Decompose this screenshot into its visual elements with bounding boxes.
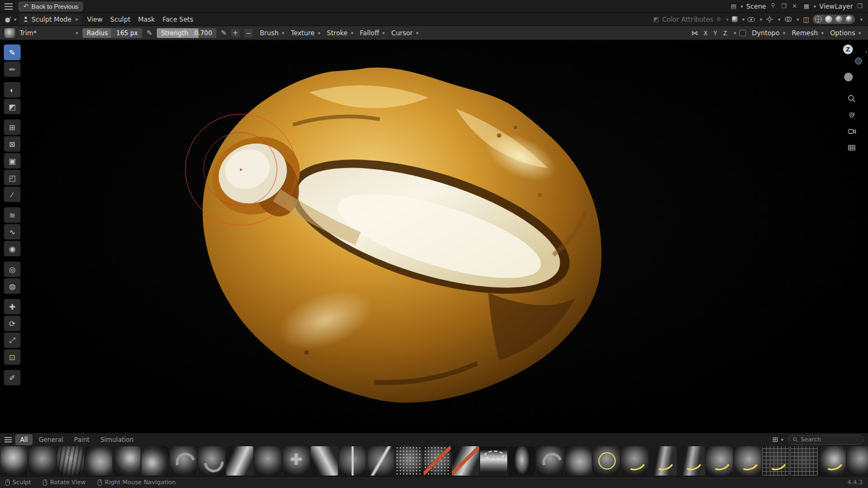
gizmo-rotate-ball[interactable] <box>844 73 853 81</box>
viewport-3d[interactable]: ✎✏◐◩⊞⊠▣◰∕≋∿◉◎◍✚⟳⤢⊡✐ Z ‹ <box>0 40 868 433</box>
radius-pressure-icon[interactable]: ✎ <box>146 29 152 37</box>
add-mode-button[interactable]: + <box>231 29 240 37</box>
overlays-icon[interactable] <box>784 16 792 22</box>
orientation-gizmo[interactable]: Z <box>840 43 864 89</box>
tab-paint[interactable]: Paint <box>69 434 94 445</box>
tool-box-face-set[interactable]: ▣ <box>4 153 21 169</box>
brush-thumbnail[interactable] <box>565 446 592 476</box>
sidebar-expand-icon[interactable]: ‹ <box>865 49 867 55</box>
shelf-search[interactable] <box>788 435 864 445</box>
brush-thumbnail[interactable] <box>57 446 84 476</box>
tool-brush[interactable]: ✎ <box>4 44 21 60</box>
menu-view[interactable]: View <box>84 15 106 24</box>
ortho-grid-icon[interactable] <box>845 141 858 154</box>
menu-face-sets[interactable]: Face Sets <box>158 15 197 24</box>
menu-sculpt[interactable]: Sculpt <box>106 15 134 24</box>
subtract-mode-button[interactable]: − <box>244 29 253 37</box>
gizmo-z-axis[interactable]: Z <box>843 44 853 54</box>
tool-annotate[interactable]: ✐ <box>4 370 21 386</box>
tool-mask-by-color[interactable]: ◍ <box>4 278 21 294</box>
brush-thumbnail[interactable] <box>734 446 761 476</box>
active-brush-preview[interactable] <box>4 28 15 38</box>
brush-thumbnail[interactable] <box>847 446 868 476</box>
brush-thumbnail[interactable] <box>254 446 282 476</box>
brush-thumbnail[interactable] <box>85 446 112 476</box>
strength-pressure-icon[interactable]: ✎ <box>221 29 227 37</box>
tab-general[interactable]: General <box>34 434 68 445</box>
brush-thumbnail[interactable] <box>142 446 169 476</box>
back-to-previous-button[interactable]: ↶ Back to Previous <box>18 2 83 11</box>
xray-toggle-icon[interactable]: ◫ <box>803 16 809 23</box>
brush-thumbnail[interactable] <box>283 446 310 476</box>
material-preview-icon[interactable] <box>835 16 843 23</box>
new-viewlayer-icon[interactable]: ❐ <box>856 3 864 10</box>
cursor-panel-dropdown[interactable]: Cursor▾ <box>388 28 421 38</box>
brush-thumbnail[interactable] <box>678 446 705 476</box>
stroke-panel-dropdown[interactable]: Stroke▾ <box>324 28 356 38</box>
mirror-z-toggle[interactable]: Z <box>720 29 729 37</box>
brush-thumbnail[interactable] <box>508 446 535 476</box>
tab-all[interactable]: All <box>15 434 33 445</box>
search-input[interactable] <box>801 436 859 443</box>
mode-selector[interactable]: Sculpt Mode ▾ <box>20 14 81 24</box>
scene-selector[interactable]: ▤ ▾ Scene ❐ ✕ <box>731 3 799 10</box>
tool-box-trim[interactable]: ◰ <box>4 170 21 185</box>
tool-box-hide[interactable]: ⊠ <box>4 136 21 152</box>
mirror-y-toggle[interactable]: Y <box>711 29 719 37</box>
brush-thumbnail[interactable] <box>819 446 846 476</box>
mirror-x-toggle[interactable]: X <box>701 29 710 37</box>
tool-mask[interactable]: ◐ <box>4 82 21 98</box>
gizmos-icon[interactable] <box>766 16 773 23</box>
brush-thumbnail[interactable] <box>706 446 733 476</box>
new-scene-icon[interactable]: ❐ <box>780 3 788 10</box>
gizmo-y-axis[interactable] <box>855 57 862 65</box>
strength-slider[interactable]: Strength 0.700 <box>157 28 216 38</box>
display-color-swatch[interactable] <box>732 16 738 22</box>
brush-thumbnail[interactable] <box>339 446 366 476</box>
rendered-shading-icon[interactable] <box>846 16 853 23</box>
brush-thumbnail[interactable] <box>452 446 479 476</box>
brush-thumbnail[interactable] <box>311 446 338 476</box>
tool-color-filter[interactable]: ◉ <box>4 241 21 256</box>
brush-thumbnail[interactable] <box>226 446 253 476</box>
brush-thumbnail[interactable] <box>649 446 676 476</box>
tool-face-set[interactable]: ◩ <box>4 99 21 114</box>
app-menu-icon[interactable] <box>4 3 13 10</box>
tool-cloth-filter[interactable]: ∿ <box>4 224 21 240</box>
brush-thumbnail[interactable] <box>593 446 620 476</box>
shelf-menu-icon[interactable] <box>4 437 12 442</box>
options-panel-dropdown[interactable]: Options▾ <box>827 28 864 38</box>
tool-move[interactable]: ✚ <box>4 299 21 314</box>
solid-shading-icon[interactable] <box>825 16 832 23</box>
brush-thumbnail[interactable] <box>170 446 197 476</box>
menu-mask[interactable]: Mask <box>135 15 159 24</box>
tool-rotate[interactable]: ⟳ <box>4 316 21 331</box>
brush-thumbnail[interactable] <box>480 446 507 476</box>
brush-thumbnail[interactable] <box>790 446 818 476</box>
brush-thumbnail[interactable] <box>762 446 789 476</box>
brush-thumbnail[interactable] <box>424 446 451 476</box>
tool-transform[interactable]: ⊡ <box>4 349 21 365</box>
dyntopo-checkbox[interactable] <box>739 30 746 36</box>
tool-scale[interactable]: ⤢ <box>4 332 21 348</box>
brush-thumbnail[interactable] <box>29 446 56 476</box>
wireframe-shading-icon[interactable] <box>815 16 822 23</box>
tool-line-trim[interactable]: ∕ <box>4 187 21 202</box>
tool-edit-face-set[interactable]: ◎ <box>4 261 21 277</box>
brush-thumbnail[interactable] <box>537 446 564 476</box>
remesh-panel-dropdown[interactable]: Remesh▾ <box>789 28 827 38</box>
editor-type-selector[interactable]: ▾ <box>3 15 17 24</box>
radius-slider[interactable]: Radius 165 px <box>82 28 142 38</box>
texture-panel-dropdown[interactable]: Texture▾ <box>288 28 323 38</box>
zoom-icon[interactable] <box>845 92 858 105</box>
visibility-eye-icon[interactable] <box>747 17 755 22</box>
camera-view-icon[interactable] <box>845 125 858 138</box>
pin-scene-icon[interactable] <box>769 3 777 10</box>
display-mode-icon[interactable]: ⊞▾ <box>773 435 783 444</box>
brush-panel-dropdown[interactable]: Brush▾ <box>257 28 287 38</box>
brush-thumbnail[interactable] <box>621 446 648 476</box>
falloff-panel-dropdown[interactable]: Falloff▾ <box>357 28 387 38</box>
dyntopo-panel-dropdown[interactable]: Dyntopo▾ <box>749 28 788 38</box>
tab-simulation[interactable]: Simulation <box>95 434 138 445</box>
delete-scene-icon[interactable]: ✕ <box>791 3 798 10</box>
